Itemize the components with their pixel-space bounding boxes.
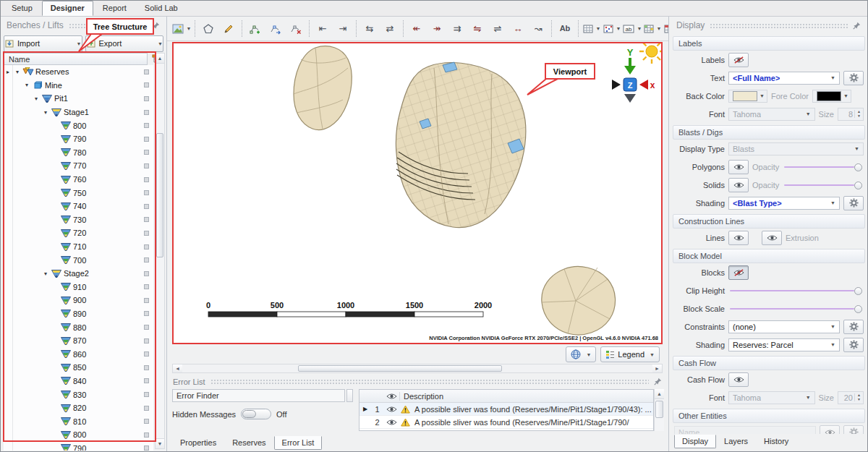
pin-icon[interactable] (853, 22, 861, 30)
mirror-benches-button[interactable]: ⇌ (488, 20, 508, 38)
grid-menu-button[interactable]: ▼ (582, 20, 602, 38)
blast-shading-settings-button[interactable] (843, 196, 864, 210)
collapse-icon[interactable]: ▾ (41, 109, 50, 116)
collapse-icon[interactable]: ▾ (32, 95, 41, 102)
textbox-menu-button[interactable]: ab▼ (622, 20, 642, 38)
cash-flow-size-spinner[interactable]: 20▲▼ (838, 391, 864, 404)
tree-item-810[interactable]: 810 (4, 414, 153, 428)
tree-item-890[interactable]: 890 (4, 307, 153, 321)
scroll-down-icon[interactable]: ▼ (156, 438, 164, 448)
blast-shading-dropdown[interactable]: <Blast Type>▼ (728, 197, 840, 210)
pencil-tool-button[interactable] (218, 20, 239, 38)
cash-flow-font-dropdown[interactable]: Tahoma▼ (728, 391, 815, 404)
extrusion-visibility-button[interactable] (762, 231, 782, 245)
tree-item-740[interactable]: 740 (4, 200, 153, 213)
eye-icon[interactable] (386, 406, 397, 413)
solid-central[interactable] (396, 62, 525, 228)
unlink-benches-button[interactable]: ⇄ (380, 20, 400, 38)
viewport-hscrollbar[interactable]: ◄ ► (172, 364, 663, 373)
block-shading-settings-button[interactable] (843, 338, 864, 352)
tree-item-900[interactable]: 900 (4, 294, 153, 307)
tab-display[interactable]: Display (674, 435, 716, 448)
blocks-visibility-button[interactable] (728, 265, 749, 280)
clip-height-slider[interactable] (728, 284, 864, 297)
labels-visibility-button[interactable] (728, 53, 749, 67)
projection-button[interactable]: ▼ (566, 346, 596, 362)
align-benches-button[interactable]: ⇉ (447, 20, 467, 38)
tab-properties[interactable]: Properties (172, 436, 224, 450)
collapse-icon[interactable]: ▾ (41, 270, 50, 277)
error-finder[interactable]: Error Finder (172, 389, 345, 402)
expand-bench-button[interactable]: ⇤ (312, 20, 333, 38)
constraints-settings-button[interactable] (843, 320, 864, 334)
vertex-add-button[interactable] (245, 20, 265, 38)
error-finder-splitter[interactable] (346, 389, 353, 402)
tree-item-800[interactable]: 800 (4, 119, 153, 132)
tab-reserves[interactable]: Reserves (224, 436, 273, 450)
polygons-opacity-slider[interactable] (783, 161, 864, 174)
tab-error-list[interactable]: Error List (274, 436, 323, 450)
scroll-up-icon[interactable]: ▲ (655, 389, 664, 399)
distribute-benches-button[interactable]: ↔ (508, 20, 528, 38)
label-text-dropdown[interactable]: <Full Name>▼ (728, 72, 840, 85)
display-type-dropdown[interactable]: Blasts▼ (728, 142, 864, 155)
tree-item-880[interactable]: 880 (4, 320, 153, 334)
tree-name-column-header[interactable]: Name (4, 53, 148, 65)
error-table-scrollbar[interactable]: ▲ (654, 389, 664, 431)
tree-item-840[interactable]: 840 (4, 375, 153, 388)
export-dropdown-caret[interactable]: ▼ (156, 41, 163, 46)
description-column-header[interactable]: Description (399, 392, 653, 401)
tree-item-reserves[interactable]: ▸▾Reserves (4, 65, 153, 79)
tree-item-820[interactable]: 820 (4, 401, 153, 415)
pattern-menu-button[interactable]: ▼ (602, 20, 622, 38)
collapse-icon[interactable]: ▾ (22, 82, 31, 88)
contract-bench-button[interactable]: ⇥ (333, 20, 353, 38)
sun-icon[interactable] (639, 42, 663, 66)
scroll-up-icon[interactable]: ▲ (156, 54, 164, 64)
shift-left-button[interactable]: ↞ (407, 20, 427, 38)
constraints-dropdown[interactable]: (none)▼ (728, 320, 840, 333)
tree-item-870[interactable]: 870 (4, 334, 153, 348)
collapse-icon[interactable]: ▾ (13, 69, 22, 75)
polygon-tool-button[interactable] (198, 20, 218, 38)
tree-item-910[interactable]: 910 (4, 281, 153, 294)
tree-item-mine[interactable]: ▾Mine (4, 79, 153, 93)
hidden-messages-toggle[interactable] (241, 409, 271, 419)
tab-solid-lab[interactable]: Solid Lab (136, 1, 187, 16)
tree-item-760[interactable]: 760 (4, 173, 153, 187)
text-label-button[interactable]: Ab (555, 20, 575, 38)
lines-visibility-button[interactable] (728, 231, 749, 245)
label-font-size-spinner[interactable]: 8▲▼ (838, 108, 864, 121)
tree-item-850[interactable]: 850 (4, 361, 153, 375)
solids-opacity-slider[interactable] (783, 179, 864, 192)
error-row[interactable]: 2A possible sliver was found (Reserves/M… (359, 416, 653, 429)
label-text-settings-button[interactable] (843, 71, 864, 85)
tree-item-770[interactable]: 770 (4, 159, 153, 173)
viewport[interactable]: 0500100015002000 Y Z x (172, 42, 663, 344)
tree-item-730[interactable]: 730 (4, 213, 153, 227)
image-menu-button[interactable]: ▼ (171, 20, 192, 38)
fore-color-picker[interactable]: ▼ (812, 90, 851, 103)
tree-scrollbar[interactable]: ▲ ▼ (155, 53, 165, 449)
hscrollbar-thumb[interactable] (298, 365, 502, 372)
link-benches-button[interactable]: ⇆ (359, 20, 380, 38)
smooth-benches-button[interactable]: ↝ (528, 20, 548, 38)
tab-setup[interactable]: Setup (3, 1, 41, 16)
shift-right-button[interactable]: ↠ (427, 20, 447, 38)
tab-layers[interactable]: Layers (716, 435, 756, 448)
import-button[interactable]: Import ▼ (4, 35, 82, 52)
label-font-dropdown[interactable]: Tahoma▼ (728, 108, 815, 121)
tree-item-pit1[interactable]: ▾Pit1 (4, 92, 153, 106)
tree-item-stage2[interactable]: ▾Stage2 (4, 267, 153, 281)
vertex-delete-button[interactable] (286, 20, 306, 38)
tree-item-stage1[interactable]: ▾Stage1 (4, 106, 153, 119)
block-scale-slider[interactable] (728, 302, 864, 315)
tree-item-830[interactable]: 830 (4, 388, 153, 401)
other-entities-visibility-button[interactable] (820, 425, 840, 435)
tree-item-710[interactable]: 710 (4, 240, 153, 254)
tree-item-800[interactable]: 800 (4, 428, 153, 442)
cells-menu-button[interactable]: ▼ (642, 20, 663, 38)
eye-icon[interactable] (386, 419, 397, 426)
polygons-visibility-button[interactable] (728, 160, 749, 174)
error-row[interactable]: ▶1A possible sliver was found (Reserves/… (359, 403, 653, 416)
